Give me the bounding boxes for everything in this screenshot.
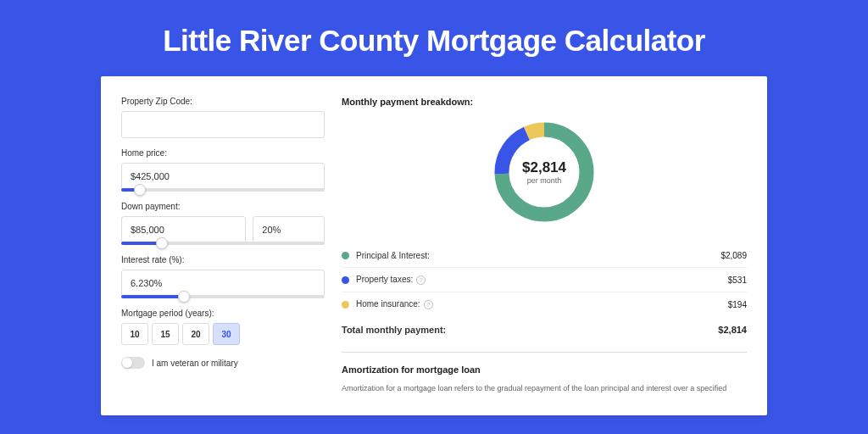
legend-dot-icon: [342, 301, 349, 309]
down-payment-input[interactable]: [121, 216, 246, 243]
legend-dot-icon: [342, 252, 349, 259]
home-price-slider[interactable]: [121, 188, 325, 192]
donut-amount: $2,814: [522, 159, 566, 176]
home-price-label: Home price:: [121, 148, 325, 158]
interest-field-group: Interest rate (%):: [121, 255, 325, 298]
home-price-input[interactable]: [121, 163, 325, 190]
amortization-text: Amortization for a mortgage loan refers …: [342, 383, 747, 395]
period-button-20[interactable]: 20: [182, 323, 209, 345]
period-label: Mortgage period (years):: [121, 309, 325, 318]
slider-handle-icon[interactable]: [134, 184, 146, 196]
legend-row: Principal & Interest:$2,089: [342, 244, 747, 268]
veteran-toggle[interactable]: [121, 357, 145, 369]
zip-field-group: Property Zip Code:: [121, 97, 325, 138]
divider: [342, 352, 747, 353]
interest-input[interactable]: [121, 270, 325, 297]
slider-handle-icon[interactable]: [156, 237, 168, 249]
period-button-30[interactable]: 30: [213, 323, 240, 345]
down-payment-field-group: Down payment:: [121, 202, 325, 245]
legend-value: $2,089: [721, 251, 747, 260]
page-title: Little River County Mortgage Calculator: [0, 0, 868, 76]
total-label: Total monthly payment:: [342, 325, 718, 335]
info-icon[interactable]: ?: [416, 275, 426, 285]
legend-dot-icon: [342, 276, 349, 284]
veteran-toggle-row: I am veteran or military: [121, 357, 325, 369]
donut-subtitle: per month: [527, 176, 562, 185]
toggle-knob-icon: [122, 358, 132, 368]
interest-label: Interest rate (%):: [121, 255, 325, 264]
down-payment-slider[interactable]: [121, 242, 325, 245]
breakdown-title: Monthly payment breakdown:: [342, 97, 747, 107]
slider-handle-icon[interactable]: [178, 291, 190, 303]
period-field-group: Mortgage period (years): 10152030: [121, 309, 325, 345]
calculator-card: Property Zip Code: Home price: Down paym…: [101, 76, 767, 415]
legend-label: Property taxes:?: [356, 275, 728, 285]
zip-label: Property Zip Code:: [121, 97, 325, 106]
total-row: Total monthly payment: $2,814: [342, 316, 747, 347]
info-icon[interactable]: ?: [424, 300, 433, 309]
home-price-field-group: Home price:: [121, 148, 325, 192]
legend-label: Principal & Interest:: [356, 251, 721, 260]
zip-input[interactable]: [121, 111, 325, 138]
legend-row: Property taxes:?$531: [342, 268, 747, 292]
donut-chart: $2,814 per month: [489, 117, 599, 227]
down-payment-label: Down payment:: [121, 202, 325, 211]
legend-value: $531: [728, 275, 747, 285]
donut-chart-wrap: $2,814 per month: [342, 117, 747, 227]
inputs-column: Property Zip Code: Home price: Down paym…: [121, 97, 325, 395]
amortization-title: Amortization for mortgage loan: [342, 364, 747, 375]
interest-slider[interactable]: [121, 295, 325, 298]
veteran-label: I am veteran or military: [152, 359, 238, 368]
legend-label: Home insurance:?: [356, 299, 728, 309]
period-button-10[interactable]: 10: [121, 323, 148, 345]
breakdown-column: Monthly payment breakdown: $2,814 per mo…: [342, 97, 747, 395]
down-payment-percent-input[interactable]: [253, 216, 325, 243]
legend-value: $194: [728, 300, 747, 309]
total-value: $2,814: [718, 325, 747, 335]
legend-row: Home insurance:?$194: [342, 292, 747, 316]
period-button-15[interactable]: 15: [152, 323, 179, 345]
